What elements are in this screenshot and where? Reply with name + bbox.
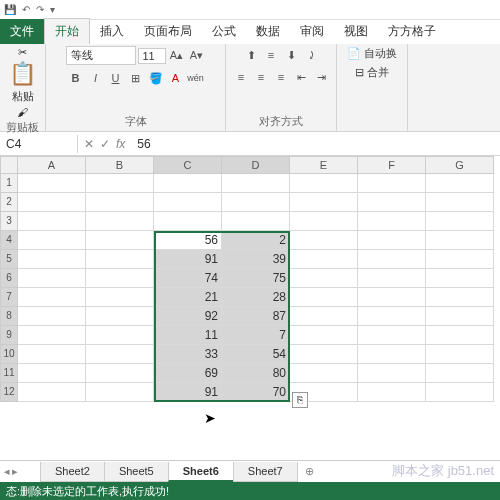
formula-input[interactable]: 56 <box>131 135 156 153</box>
cell[interactable] <box>290 326 358 345</box>
next-sheet-icon[interactable]: ▸ <box>12 465 18 478</box>
cell[interactable] <box>426 212 494 231</box>
row-header[interactable]: 10 <box>0 345 18 364</box>
row-header[interactable]: 9 <box>0 326 18 345</box>
cell[interactable] <box>222 193 290 212</box>
cell[interactable] <box>290 231 358 250</box>
cell[interactable] <box>426 383 494 402</box>
cell[interactable] <box>290 269 358 288</box>
col-header[interactable]: G <box>426 156 494 174</box>
save-icon[interactable]: 💾 <box>4 4 16 15</box>
cell[interactable] <box>154 212 222 231</box>
cell[interactable] <box>86 193 154 212</box>
align-left-icon[interactable]: ≡ <box>232 68 250 86</box>
tab-view[interactable]: 视图 <box>334 19 378 44</box>
enter-icon[interactable]: ✓ <box>100 137 110 151</box>
phonetic-icon[interactable]: wén <box>187 69 205 87</box>
prev-sheet-icon[interactable]: ◂ <box>4 465 10 478</box>
cell[interactable]: 74 <box>154 269 222 288</box>
row-header[interactable]: 2 <box>0 193 18 212</box>
cell[interactable] <box>426 326 494 345</box>
cell[interactable] <box>18 364 86 383</box>
cell[interactable] <box>290 307 358 326</box>
cell[interactable] <box>426 250 494 269</box>
tab-insert[interactable]: 插入 <box>90 19 134 44</box>
indent-inc-icon[interactable]: ⇥ <box>312 68 330 86</box>
cell[interactable] <box>86 231 154 250</box>
cell[interactable] <box>18 250 86 269</box>
tab-review[interactable]: 审阅 <box>290 19 334 44</box>
cell[interactable] <box>86 174 154 193</box>
col-header[interactable]: E <box>290 156 358 174</box>
bold-button[interactable]: B <box>67 69 85 87</box>
cell[interactable] <box>18 193 86 212</box>
cell[interactable] <box>358 364 426 383</box>
indent-dec-icon[interactable]: ⇤ <box>292 68 310 86</box>
cell[interactable]: 2 <box>222 231 290 250</box>
cell[interactable] <box>358 326 426 345</box>
cell[interactable] <box>358 269 426 288</box>
tab-data[interactable]: 数据 <box>246 19 290 44</box>
undo-icon[interactable]: ↶ <box>22 4 30 15</box>
align-middle-icon[interactable]: ≡ <box>262 46 280 64</box>
cell[interactable]: 70 <box>222 383 290 402</box>
sheet-tab[interactable]: Sheet7 <box>233 462 298 482</box>
paste-icon[interactable]: 📋 <box>9 61 36 87</box>
new-sheet-icon[interactable]: ⊕ <box>297 465 322 478</box>
align-top-icon[interactable]: ⬆ <box>242 46 260 64</box>
cell[interactable] <box>86 326 154 345</box>
cell[interactable]: 54 <box>222 345 290 364</box>
cell[interactable] <box>426 231 494 250</box>
cell[interactable] <box>290 288 358 307</box>
cell[interactable] <box>86 345 154 364</box>
cell[interactable]: 75 <box>222 269 290 288</box>
cell[interactable] <box>290 250 358 269</box>
align-center-icon[interactable]: ≡ <box>252 68 270 86</box>
cell[interactable] <box>18 345 86 364</box>
tab-addin[interactable]: 方方格子 <box>378 19 446 44</box>
row-header[interactable]: 7 <box>0 288 18 307</box>
sheet-tab[interactable]: Sheet5 <box>104 462 169 482</box>
sheet-tab[interactable]: Sheet2 <box>40 462 105 482</box>
cell[interactable] <box>290 193 358 212</box>
cell[interactable] <box>18 383 86 402</box>
col-header[interactable]: B <box>86 156 154 174</box>
cell[interactable] <box>426 288 494 307</box>
cell[interactable] <box>358 174 426 193</box>
cell[interactable] <box>18 174 86 193</box>
cell[interactable]: 56 <box>154 231 222 250</box>
dropdown-icon[interactable]: ▾ <box>50 4 55 15</box>
cell[interactable] <box>18 288 86 307</box>
merge-button[interactable]: ⊟合并 <box>355 65 389 80</box>
spreadsheet-grid[interactable]: ABCDEFG123456259139674757212889287911710… <box>0 156 500 402</box>
cell[interactable] <box>358 250 426 269</box>
cell[interactable] <box>358 307 426 326</box>
smart-tag-icon[interactable]: ⎘ <box>292 392 308 408</box>
row-header[interactable]: 4 <box>0 231 18 250</box>
col-header[interactable]: A <box>18 156 86 174</box>
wrap-text-button[interactable]: 📄自动换 <box>347 46 397 61</box>
tab-layout[interactable]: 页面布局 <box>134 19 202 44</box>
cell[interactable] <box>426 307 494 326</box>
cell[interactable]: 21 <box>154 288 222 307</box>
redo-icon[interactable]: ↷ <box>36 4 44 15</box>
orientation-icon[interactable]: ⤸ <box>302 46 320 64</box>
cell[interactable] <box>86 212 154 231</box>
cell[interactable] <box>358 345 426 364</box>
col-header[interactable]: F <box>358 156 426 174</box>
increase-font-icon[interactable]: A▴ <box>168 47 186 65</box>
cell[interactable]: 7 <box>222 326 290 345</box>
cell[interactable]: 11 <box>154 326 222 345</box>
row-header[interactable]: 3 <box>0 212 18 231</box>
decrease-font-icon[interactable]: A▾ <box>188 47 206 65</box>
select-all-corner[interactable] <box>0 156 18 174</box>
align-bottom-icon[interactable]: ⬇ <box>282 46 300 64</box>
font-color-icon[interactable]: A <box>167 69 185 87</box>
cell[interactable] <box>358 212 426 231</box>
fill-color-icon[interactable]: 🪣 <box>147 69 165 87</box>
cell[interactable] <box>18 212 86 231</box>
cell[interactable] <box>18 269 86 288</box>
row-header[interactable]: 1 <box>0 174 18 193</box>
name-box[interactable]: C4 <box>0 135 78 153</box>
format-painter-icon[interactable]: 🖌 <box>17 106 28 118</box>
